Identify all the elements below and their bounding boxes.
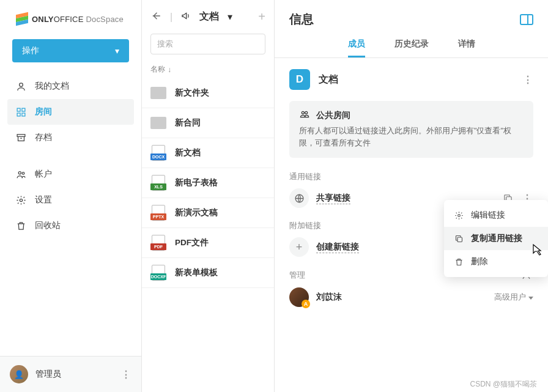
member-name: 刘苡沫 (316, 292, 487, 303)
svg-rect-1 (17, 108, 20, 111)
sort-arrow-icon: ↓ (168, 65, 171, 74)
nav-archive[interactable]: 存档 (7, 125, 134, 150)
tab-members[interactable]: 成员 (348, 39, 365, 57)
svg-point-7 (22, 172, 24, 174)
notice-text: 所有人都可以通过链接进入此房间。外部用户拥有"仅查看"权限，可查看所有文件 (299, 125, 524, 149)
list-item[interactable]: 新合同 (142, 108, 274, 138)
section-admin: 管理 (289, 270, 305, 281)
svg-rect-4 (22, 113, 25, 116)
menu-delete-link[interactable]: 删除 (444, 250, 548, 273)
tab-details[interactable]: 详情 (458, 39, 475, 57)
svg-rect-15 (457, 237, 462, 242)
admin-row[interactable]: 👤 管理员 ⋮ (0, 356, 141, 392)
chevron-down-icon: ▾ (115, 46, 119, 56)
public-room-notice: 公共房间 所有人都可以通过链接进入此房间。外部用户拥有"仅查看"权限，可查看所有… (289, 101, 533, 158)
nav-label: 设置 (35, 194, 52, 205)
svg-point-0 (20, 83, 23, 86)
folder-icon (150, 87, 166, 99)
users-icon (16, 169, 26, 180)
logo-icon (16, 13, 28, 24)
xls-icon (152, 175, 165, 191)
nav-rooms[interactable]: 房间 (7, 99, 134, 125)
nav-label: 存档 (35, 132, 52, 143)
list-item[interactable]: PDF文件 (142, 228, 274, 258)
pptx-icon (152, 205, 165, 221)
chevron-down-icon[interactable]: ▾ (228, 11, 232, 23)
svg-point-10 (305, 111, 308, 114)
nav-label: 回收站 (35, 220, 61, 231)
file-name: 新电子表格 (175, 177, 218, 188)
gear-icon (16, 195, 26, 205)
gear-icon (454, 211, 464, 220)
room-more-icon[interactable]: ⋮ (523, 74, 533, 86)
sort-label: 名称 (150, 64, 165, 75)
chevron-down-icon (528, 297, 533, 300)
list-item[interactable]: 新表单模板 (142, 258, 274, 288)
nav-accounts[interactable]: 帐户 (7, 161, 134, 187)
list-item[interactable]: 新演示文稿 (142, 198, 274, 228)
more-icon[interactable]: ⋮ (121, 369, 131, 380)
file-name: 新文件夹 (175, 87, 209, 98)
tabs: 成员 历史纪录 详情 (275, 32, 548, 58)
archive-icon (16, 133, 26, 143)
file-list: 新文件夹 新合同 新文档 新电子表格 新演示文稿 PDF文件 新表单模板 (142, 78, 274, 392)
share-link-label[interactable]: 共享链接 (316, 193, 350, 204)
people-icon (299, 109, 310, 121)
pdf-icon (152, 235, 165, 251)
menu-copy-link[interactable]: 复制通用链接 (444, 227, 548, 250)
svg-rect-2 (22, 108, 25, 111)
sort-header[interactable]: 名称 ↓ (142, 58, 274, 78)
list-item[interactable]: 新文件夹 (142, 78, 274, 108)
section-general-link: 通用链接 (289, 171, 533, 182)
nav: 我的文档 房间 存档 帐户 设置 回收站 (0, 73, 141, 239)
list-item[interactable]: 新文档 (142, 138, 274, 168)
svg-point-6 (18, 171, 21, 174)
back-icon[interactable] (150, 10, 161, 24)
nav-my-docs[interactable]: 我的文档 (7, 73, 134, 99)
folder-icon (150, 117, 166, 129)
nav-trash[interactable]: 回收站 (7, 213, 134, 239)
nav-label: 房间 (35, 106, 52, 117)
nav-label: 我的文档 (35, 81, 69, 92)
admin-label: 管理员 (35, 369, 114, 380)
list-item[interactable]: 新电子表格 (142, 168, 274, 198)
sidebar: ONLYOFFICE DocSpace 操作 ▾ 我的文档 房间 存档 帐户 (0, 0, 142, 392)
docx-icon (152, 145, 165, 161)
search-input[interactable]: 搜索 (150, 34, 265, 54)
create-link-label: 创建新链接 (316, 242, 359, 253)
tab-history[interactable]: 历史纪录 (394, 39, 429, 57)
notice-title: 公共房间 (316, 110, 350, 121)
file-column: | 文档 ▾ + 搜索 名称 ↓ 新文件夹 新合同 新文档 新电子表格 新演示文… (142, 0, 275, 392)
menu-label: 编辑链接 (471, 210, 505, 221)
docxf-icon (152, 265, 165, 281)
logo-text: ONLYOFFICE DocSpace (32, 15, 124, 24)
action-button-label: 操作 (22, 45, 39, 56)
menu-label: 删除 (471, 256, 488, 267)
add-icon[interactable]: + (258, 10, 265, 24)
file-name: 新合同 (175, 117, 201, 128)
menu-edit-link[interactable]: 编辑链接 (444, 204, 548, 227)
info-panel: 信息 成员 历史纪录 详情 D 文档 ⋮ 公共房间 所有人都可以通过链接进入此房… (275, 0, 548, 392)
room-badge: D (289, 69, 310, 90)
trash-icon (16, 221, 26, 231)
svg-point-9 (302, 111, 304, 114)
copy-icon (454, 234, 464, 243)
file-name: 新表单模板 (175, 267, 218, 278)
search-placeholder: 搜索 (157, 39, 173, 50)
svg-point-8 (20, 199, 22, 201)
action-button[interactable]: 操作 ▾ (12, 39, 129, 62)
member-role[interactable]: 高级用户 (494, 292, 533, 303)
watermark: CSDN @猫猫不喝茶 (470, 379, 537, 390)
breadcrumb[interactable]: 文档 (199, 10, 219, 23)
logo: ONLYOFFICE DocSpace (0, 0, 141, 35)
link-context-menu: 编辑链接 复制通用链接 删除 (444, 200, 548, 277)
member-row: 刘苡沫 高级用户 (289, 287, 533, 307)
megaphone-icon (181, 11, 191, 23)
layout-toggle-icon[interactable] (520, 14, 533, 25)
nav-settings[interactable]: 设置 (7, 187, 134, 213)
member-avatar (289, 287, 309, 307)
svg-point-14 (457, 214, 460, 216)
file-name: 新演示文稿 (175, 207, 218, 218)
trash-icon (454, 257, 464, 267)
info-title: 信息 (289, 11, 314, 28)
